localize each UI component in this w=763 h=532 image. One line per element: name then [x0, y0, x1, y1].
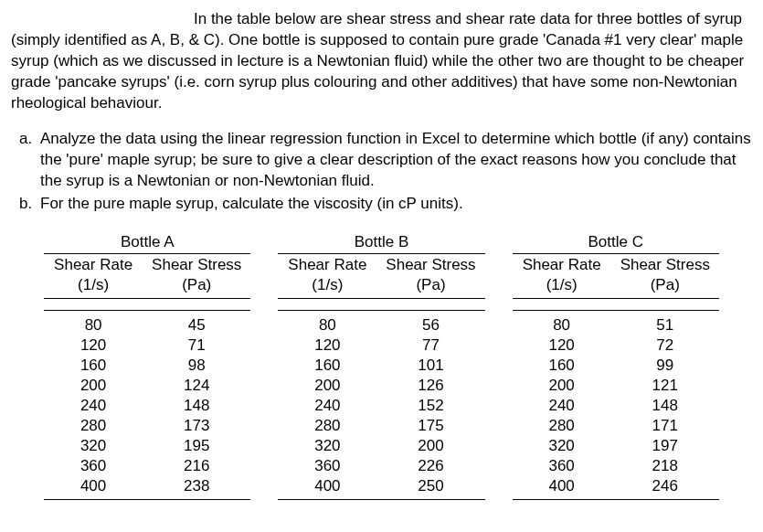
a-rate-6: 320 [44, 436, 143, 456]
c-rate-8: 400 [513, 476, 611, 500]
c-stress-1: 72 [611, 335, 719, 356]
c-stress-7: 218 [611, 456, 719, 476]
a-stress-8: 238 [143, 476, 250, 500]
col-stress-unit: (Pa) [376, 275, 484, 299]
c-rate-7: 360 [513, 456, 611, 476]
col-rate-label: Shear Rate [278, 254, 376, 276]
b-stress-8: 250 [376, 476, 484, 500]
a-rate-3: 200 [44, 376, 143, 396]
a-stress-7: 216 [143, 456, 250, 476]
bottle-b-title: Bottle B [278, 232, 484, 254]
bottle-a-title: Bottle A [44, 232, 250, 254]
b-rate-0: 80 [278, 311, 376, 336]
b-stress-3: 126 [376, 376, 484, 396]
col-stress-label: Shear Stress [143, 254, 250, 276]
b-stress-0: 56 [376, 311, 484, 336]
c-rate-2: 160 [513, 356, 611, 376]
table-bottle-a: Bottle A Shear Rate Shear Stress (1/s) (… [44, 232, 250, 500]
b-rate-8: 400 [278, 476, 376, 500]
b-rate-6: 320 [278, 436, 376, 456]
c-stress-0: 51 [611, 311, 719, 336]
a-rate-7: 360 [44, 456, 143, 476]
b-rate-4: 240 [278, 396, 376, 416]
c-stress-2: 99 [611, 356, 719, 376]
c-stress-5: 171 [611, 416, 719, 436]
a-stress-1: 71 [143, 335, 250, 356]
c-rate-0: 80 [513, 311, 611, 336]
col-stress-unit: (Pa) [143, 275, 250, 299]
a-stress-3: 124 [143, 376, 250, 396]
c-stress-6: 197 [611, 436, 719, 456]
question-list: Analyze the data using the linear regres… [11, 129, 752, 215]
c-rate-5: 280 [513, 416, 611, 436]
data-tables: Bottle A Shear Rate Shear Stress (1/s) (… [11, 232, 752, 500]
a-rate-0: 80 [44, 311, 143, 336]
b-stress-1: 77 [376, 335, 484, 356]
col-stress-label: Shear Stress [611, 254, 719, 276]
a-stress-5: 173 [143, 416, 250, 436]
a-rate-5: 280 [44, 416, 143, 436]
c-stress-4: 148 [611, 396, 719, 416]
b-stress-2: 101 [376, 356, 484, 376]
a-stress-0: 45 [143, 311, 250, 336]
a-rate-2: 160 [44, 356, 143, 376]
intro-paragraph: In the table below are shear stress and … [11, 9, 752, 114]
b-stress-4: 152 [376, 396, 484, 416]
b-rate-7: 360 [278, 456, 376, 476]
b-stress-6: 200 [376, 436, 484, 456]
table-bottle-c: Bottle C Shear Rate Shear Stress (1/s) (… [513, 232, 719, 500]
col-stress-unit: (Pa) [611, 275, 719, 299]
b-rate-5: 280 [278, 416, 376, 436]
col-stress-label: Shear Stress [376, 254, 484, 276]
b-rate-1: 120 [278, 335, 376, 356]
col-rate-label: Shear Rate [513, 254, 611, 276]
a-rate-1: 120 [44, 335, 143, 356]
b-rate-2: 160 [278, 356, 376, 376]
question-a: Analyze the data using the linear regres… [37, 129, 752, 192]
a-rate-4: 240 [44, 396, 143, 416]
col-rate-unit: (1/s) [513, 275, 611, 299]
c-rate-6: 320 [513, 436, 611, 456]
c-rate-3: 200 [513, 376, 611, 396]
c-stress-3: 121 [611, 376, 719, 396]
col-rate-label: Shear Rate [44, 254, 143, 276]
bottle-c-title: Bottle C [513, 232, 719, 254]
c-rate-1: 120 [513, 335, 611, 356]
b-stress-5: 175 [376, 416, 484, 436]
a-stress-2: 98 [143, 356, 250, 376]
col-rate-unit: (1/s) [44, 275, 143, 299]
a-stress-6: 195 [143, 436, 250, 456]
c-rate-4: 240 [513, 396, 611, 416]
b-rate-3: 200 [278, 376, 376, 396]
a-rate-8: 400 [44, 476, 143, 500]
b-stress-7: 226 [376, 456, 484, 476]
c-stress-8: 246 [611, 476, 719, 500]
question-b: For the pure maple syrup, calculate the … [37, 194, 752, 215]
table-bottle-b: Bottle B Shear Rate Shear Stress (1/s) (… [278, 232, 484, 500]
col-rate-unit: (1/s) [278, 275, 376, 299]
a-stress-4: 148 [143, 396, 250, 416]
